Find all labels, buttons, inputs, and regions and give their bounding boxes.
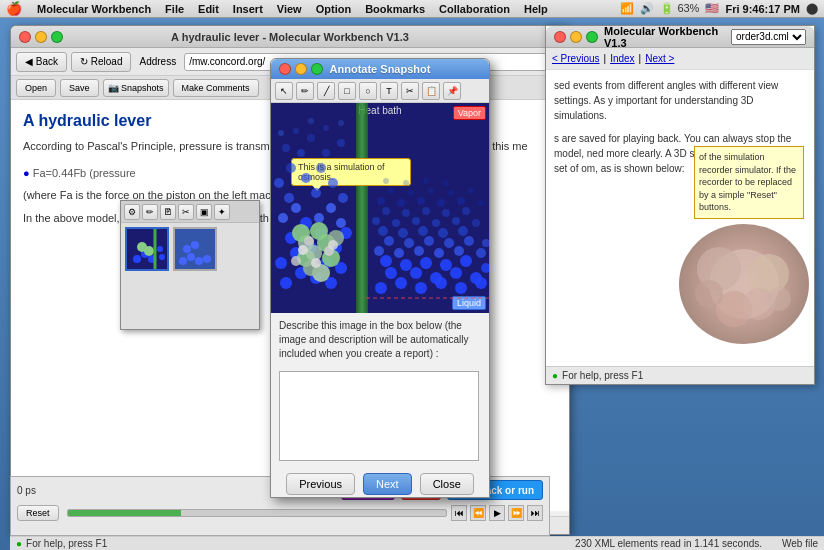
svg-point-113 (428, 188, 434, 194)
previous-button[interactable]: Previous (286, 473, 355, 495)
apple-menu[interactable]: 🍎 (6, 1, 22, 16)
menubar-item-view[interactable]: View (270, 3, 309, 15)
thumbnail-toolbar: ⚙ ✏ 🖹 ✂ ▣ ✦ (121, 201, 259, 223)
svg-point-115 (468, 188, 474, 194)
time-label: 0 ps (17, 485, 36, 496)
tool-select[interactable]: ↖ (275, 82, 293, 100)
open-button[interactable]: Open (16, 79, 56, 97)
particles-svg (271, 103, 489, 313)
tool-oval[interactable]: ○ (359, 82, 377, 100)
svg-point-29 (274, 178, 284, 188)
right-panel-toolbar: Molecular Workbench V1.3 order3d.cml (546, 26, 814, 48)
svg-point-119 (443, 180, 449, 186)
svg-point-82 (476, 248, 486, 258)
svg-point-68 (430, 272, 442, 284)
thumbnail-1[interactable] (125, 227, 169, 271)
index-link[interactable]: Index (610, 53, 634, 64)
flag-icon: 🇺🇸 (705, 2, 719, 15)
svg-point-116 (383, 178, 389, 184)
tape-beginning[interactable]: ⏮ (451, 505, 467, 521)
svg-point-62 (415, 282, 427, 294)
right-max[interactable] (586, 31, 598, 43)
progress-fill (68, 510, 182, 516)
thumb-tool3[interactable]: 🖹 (160, 204, 176, 220)
thumbnail-2[interactable] (173, 227, 217, 271)
tape-end[interactable]: ⏭ (527, 505, 543, 521)
thumb-tool1[interactable]: ⚙ (124, 204, 140, 220)
reset-button[interactable]: Reset (17, 505, 59, 521)
svg-point-71 (380, 255, 392, 267)
make-comments-button[interactable]: Make Comments (173, 79, 259, 97)
menubar-item-collaboration[interactable]: Collaboration (432, 3, 517, 15)
svg-point-23 (336, 218, 346, 228)
svg-point-102 (422, 207, 430, 215)
tape-prev[interactable]: ⏪ (470, 505, 486, 521)
tool-rect[interactable]: □ (338, 82, 356, 100)
svg-point-112 (408, 190, 414, 196)
svg-point-30 (301, 173, 311, 183)
svg-point-67 (410, 267, 422, 279)
progress-row: Reset ⏮ ⏪ ▶ ⏩ ⏭ (11, 503, 549, 523)
close-button-dialog[interactable]: Close (420, 473, 474, 495)
svg-point-133 (195, 257, 203, 265)
svg-point-106 (397, 199, 405, 207)
thumb-tool4[interactable]: ✂ (178, 204, 194, 220)
snapshots-button[interactable]: 📷 Snapshots (103, 79, 169, 97)
tool-paste[interactable]: 📌 (443, 82, 461, 100)
dialog-max[interactable] (311, 63, 323, 75)
tool-cut[interactable]: ✂ (401, 82, 419, 100)
menubar-item-edit[interactable]: Edit (191, 3, 226, 15)
menubar-item-option[interactable]: Option (309, 3, 358, 15)
reload-button[interactable]: ↻ Reload (71, 52, 131, 72)
menubar-right: 📶 🔊 🔋 63% 🇺🇸 Fri 9:46:17 PM ⬤ (620, 2, 818, 15)
svg-point-25 (326, 203, 336, 213)
svg-point-7 (280, 277, 292, 289)
save-button[interactable]: Save (60, 79, 99, 97)
tool-line[interactable]: ╱ (317, 82, 335, 100)
right-close[interactable] (554, 31, 566, 43)
dialog-close[interactable] (279, 63, 291, 75)
svg-point-99 (472, 219, 480, 227)
thumb2-svg (175, 229, 215, 269)
back-button[interactable]: ◀ Back (16, 52, 67, 72)
browser-titlebar: A hydraulic lever - Molecular Workbench … (11, 26, 569, 48)
menubar-item-file[interactable]: File (158, 3, 191, 15)
close-button[interactable] (19, 31, 31, 43)
thumb-tool5[interactable]: ▣ (196, 204, 212, 220)
tool-copy[interactable]: 📋 (422, 82, 440, 100)
progress-bar[interactable] (67, 509, 447, 517)
svg-point-98 (452, 217, 460, 225)
svg-point-109 (457, 197, 465, 205)
svg-point-86 (444, 238, 454, 248)
minimize-button[interactable] (35, 31, 47, 43)
tool-pencil[interactable]: ✏ (296, 82, 314, 100)
thumb-tool6[interactable]: ✦ (214, 204, 230, 220)
svg-point-132 (187, 253, 195, 261)
next-button[interactable]: Next (363, 473, 412, 495)
right-panel-controls (554, 31, 598, 43)
menubar-item-help[interactable]: Help (517, 3, 555, 15)
menubar-item-insert[interactable]: Insert (226, 3, 270, 15)
menubar-item-mw[interactable]: Molecular Workbench (30, 3, 158, 15)
tape-play[interactable]: ▶ (489, 505, 505, 521)
svg-point-66 (385, 267, 397, 279)
right-min[interactable] (570, 31, 582, 43)
svg-point-110 (478, 200, 484, 206)
maximize-button[interactable] (51, 31, 63, 43)
svg-point-97 (432, 219, 440, 227)
next-link[interactable]: Next > (645, 53, 674, 64)
prev-link[interactable]: < Previous (552, 53, 600, 64)
svg-point-61 (395, 277, 407, 289)
svg-point-58 (328, 240, 338, 250)
svg-point-96 (412, 217, 420, 225)
svg-point-34 (297, 149, 305, 157)
tool-text[interactable]: T (380, 82, 398, 100)
model-selector[interactable]: order3d.cml (731, 29, 806, 45)
thumb-tool2[interactable]: ✏ (142, 204, 158, 220)
menubar-item-bookmarks[interactable]: Bookmarks (358, 3, 432, 15)
dialog-title: Annotate Snapshot (330, 63, 431, 75)
dialog-min[interactable] (295, 63, 307, 75)
svg-point-74 (440, 259, 452, 271)
dialog-textarea[interactable] (279, 371, 479, 461)
tape-next[interactable]: ⏩ (508, 505, 524, 521)
